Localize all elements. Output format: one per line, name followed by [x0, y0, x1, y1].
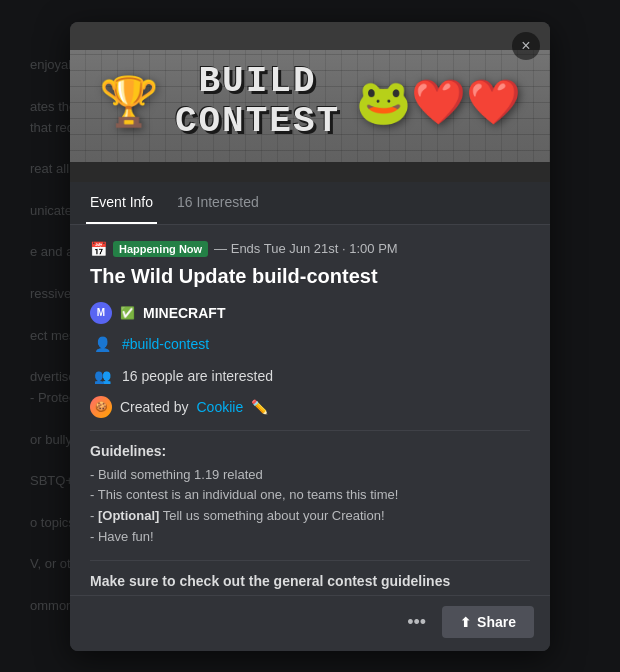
- creator-prefix: Created by: [120, 399, 188, 415]
- channel-row: 👤 #build-contest: [90, 332, 530, 356]
- server-row: M ✅ MINECRAFT: [90, 302, 530, 324]
- share-button[interactable]: ⬆ Share: [442, 606, 534, 638]
- banner-content: 🏆 BUILD CONTEST 🐸❤️❤️: [99, 62, 521, 141]
- guideline-2: - This contest is an individual one, no …: [90, 485, 530, 506]
- modal-overlay: 🏆 BUILD CONTEST 🐸❤️❤️ × Event Info 16 In…: [0, 0, 620, 672]
- guidelines-title: Guidelines:: [90, 443, 530, 459]
- people-icon: 👥: [90, 364, 114, 388]
- event-modal: 🏆 BUILD CONTEST 🐸❤️❤️ × Event Info 16 In…: [70, 22, 550, 651]
- guidelines-text: - Build something 1.19 related - This co…: [90, 465, 530, 548]
- trophy-icon: 🏆: [99, 74, 159, 130]
- tab-interested[interactable]: 16 Interested: [173, 182, 263, 224]
- banner-title-line1: BUILD: [175, 62, 340, 102]
- channel-icon: 👤: [90, 332, 114, 356]
- verified-icon: ✅: [120, 306, 135, 320]
- banner-bottom-border: [70, 162, 550, 182]
- banner-title: BUILD CONTEST: [175, 62, 340, 141]
- guideline-4: - Have fun!: [90, 527, 530, 548]
- banner-top-border: [70, 22, 550, 50]
- divider-1: [90, 430, 530, 431]
- event-title: The Wild Update build-contest: [90, 265, 530, 288]
- happening-now-row: 📅 Happening Now — Ends Tue Jun 21st · 1:…: [90, 241, 530, 257]
- guideline-3: - [Optional] Tell us something about you…: [90, 506, 530, 527]
- server-avatar: M: [90, 302, 112, 324]
- banner-title-line2: CONTEST: [175, 102, 340, 142]
- share-icon: ⬆: [460, 615, 471, 630]
- interested-count: 16 people are interested: [122, 368, 273, 384]
- event-banner: 🏆 BUILD CONTEST 🐸❤️❤️ ×: [70, 22, 550, 182]
- more-options-button[interactable]: •••: [399, 606, 434, 639]
- modal-body: 📅 Happening Now — Ends Tue Jun 21st · 1:…: [70, 225, 550, 595]
- share-label: Share: [477, 614, 516, 630]
- tabs-container: Event Info 16 Interested: [70, 182, 550, 225]
- tab-event-info[interactable]: Event Info: [86, 182, 157, 224]
- happening-ends: — Ends Tue Jun 21st · 1:00 PM: [214, 241, 398, 256]
- creator-avatar: 🍪: [90, 396, 112, 418]
- frog-icon: 🐸❤️❤️: [356, 76, 521, 128]
- creator-row: 🍪 Created by Cookiie ✏️: [90, 396, 530, 418]
- creator-name[interactable]: Cookiie: [196, 399, 243, 415]
- guideline-1: - Build something 1.19 related: [90, 465, 530, 486]
- channel-link[interactable]: #build-contest: [122, 336, 209, 352]
- general-guidelines-title: Make sure to check out the general conte…: [90, 573, 530, 589]
- calendar-icon: 📅: [90, 241, 107, 257]
- divider-2: [90, 560, 530, 561]
- close-button[interactable]: ×: [512, 32, 540, 60]
- server-name: MINECRAFT: [143, 305, 225, 321]
- interested-row: 👥 16 people are interested: [90, 364, 530, 388]
- modal-footer: ••• ⬆ Share: [70, 595, 550, 651]
- creator-emoji: ✏️: [251, 399, 268, 415]
- happening-badge: Happening Now: [113, 241, 208, 257]
